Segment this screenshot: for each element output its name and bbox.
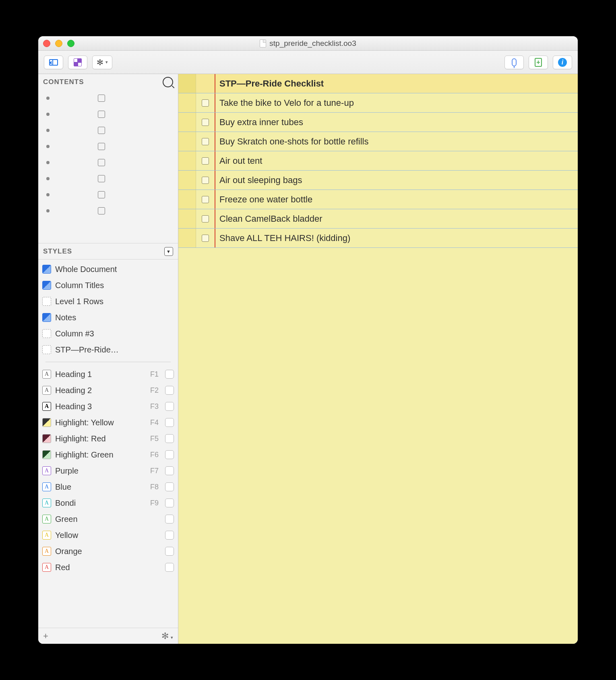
- checkbox-cell: [196, 190, 215, 209]
- outline-canvas[interactable]: STP—Pre-Ride Checklist Take the bike to …: [178, 74, 578, 644]
- contents-row[interactable]: [38, 187, 178, 203]
- style-toggle[interactable]: [165, 402, 174, 411]
- checkbox[interactable]: [202, 119, 209, 126]
- named-style-row[interactable]: AHeading 3F3: [42, 398, 174, 414]
- contents-row[interactable]: [38, 122, 178, 138]
- style-toggle[interactable]: [165, 434, 174, 443]
- style-toggle[interactable]: [165, 466, 174, 475]
- outline-row-text[interactable]: Freeze one water bottle: [215, 194, 312, 205]
- outline-row[interactable]: Shave ALL TEH HAIRS! (kidding): [178, 229, 578, 248]
- contents-pane-header: CONTENTS: [38, 74, 178, 90]
- style-row[interactable]: Notes: [42, 309, 174, 326]
- outline-row-text[interactable]: Shave ALL TEH HAIRS! (kidding): [215, 233, 350, 243]
- checkbox[interactable]: [98, 143, 105, 150]
- gear-icon: ✻: [97, 58, 103, 67]
- style-toggle[interactable]: [165, 450, 174, 459]
- outline-title-row[interactable]: STP—Pre-Ride Checklist: [178, 74, 578, 93]
- checkbox[interactable]: [202, 235, 209, 242]
- outline-row[interactable]: Freeze one water bottle: [178, 190, 578, 209]
- style-toggle[interactable]: [165, 531, 174, 540]
- named-style-row[interactable]: AHeading 1F1: [42, 366, 174, 382]
- style-toggle[interactable]: [165, 563, 174, 572]
- outline-title-text[interactable]: STP—Pre-Ride Checklist: [215, 78, 324, 89]
- outline-row[interactable]: Clean CamelBack bladder: [178, 209, 578, 229]
- style-toggle[interactable]: [165, 515, 174, 523]
- outline-row[interactable]: Air out sleeping bags: [178, 171, 578, 190]
- style-label: Whole Document: [55, 265, 174, 274]
- named-style-row[interactable]: Yellow: [42, 527, 174, 543]
- checkbox[interactable]: [202, 196, 209, 203]
- checkbox[interactable]: [98, 207, 105, 214]
- minimize-window-button[interactable]: [55, 40, 62, 47]
- outline-row[interactable]: Take the bike to Velo for a tune-up: [178, 93, 578, 113]
- named-style-row[interactable]: Green: [42, 511, 174, 527]
- style-row[interactable]: Column Titles: [42, 277, 174, 293]
- outline-row-text[interactable]: Take the bike to Velo for a tune-up: [215, 98, 354, 108]
- checkbox-cell: [196, 209, 215, 228]
- style-row[interactable]: Whole Document: [42, 261, 174, 277]
- add-style-button[interactable]: +: [43, 631, 48, 641]
- checkbox[interactable]: [98, 127, 105, 134]
- contents-row[interactable]: [38, 203, 178, 219]
- checkbox[interactable]: [202, 157, 209, 165]
- named-style-row[interactable]: BondiF9: [42, 495, 174, 511]
- named-style-row[interactable]: Orange: [42, 543, 174, 559]
- named-style-row[interactable]: BlueF8: [42, 479, 174, 495]
- style-swatch-icon: [42, 531, 51, 540]
- contents-row[interactable]: [38, 138, 178, 155]
- checkbox[interactable]: [98, 175, 105, 182]
- style-toggle[interactable]: [165, 482, 174, 491]
- checkbox-cell: [196, 74, 215, 93]
- contents-row[interactable]: [38, 106, 178, 122]
- style-toggle[interactable]: [165, 547, 174, 556]
- contents-row[interactable]: [38, 155, 178, 171]
- sidebar-options-button[interactable]: ✻▾: [161, 631, 173, 641]
- checkbox[interactable]: [98, 159, 105, 166]
- styles-button[interactable]: [68, 56, 87, 69]
- sidebar-icon: [49, 59, 58, 66]
- outline-row[interactable]: Buy extra inner tubes: [178, 113, 578, 132]
- style-row[interactable]: Level 1 Rows: [42, 293, 174, 309]
- named-style-row[interactable]: Highlight: YellowF4: [42, 414, 174, 431]
- style-row[interactable]: Column #3: [42, 326, 174, 342]
- zoom-window-button[interactable]: [67, 40, 74, 47]
- style-swatch-icon: [42, 281, 51, 290]
- named-style-row[interactable]: AHeading 2F2: [42, 382, 174, 398]
- checkbox[interactable]: [202, 215, 209, 223]
- checkbox[interactable]: [98, 95, 105, 102]
- style-toggle[interactable]: [165, 418, 174, 427]
- style-toggle[interactable]: [165, 386, 174, 395]
- dictation-button[interactable]: [504, 56, 524, 69]
- outline-row-text[interactable]: Air out sleeping bags: [215, 175, 302, 185]
- contents-row[interactable]: [38, 171, 178, 187]
- style-toggle[interactable]: [165, 499, 174, 507]
- contents-row[interactable]: [38, 90, 178, 106]
- named-style-row[interactable]: Highlight: GreenF6: [42, 447, 174, 463]
- inspector-button[interactable]: i: [553, 56, 572, 69]
- outline-row-text[interactable]: Clean CamelBack bladder: [215, 214, 322, 224]
- action-menu-button[interactable]: ✻ ▾: [92, 56, 112, 69]
- checkbox[interactable]: [98, 191, 105, 198]
- checkbox[interactable]: [202, 99, 209, 107]
- outline-row-text[interactable]: Air out tent: [215, 156, 262, 166]
- checkbox[interactable]: [202, 177, 209, 184]
- outline-row[interactable]: Air out tent: [178, 151, 578, 171]
- outline-row[interactable]: Buy Skratch one-shots for bottle refills: [178, 132, 578, 151]
- named-style-row[interactable]: Highlight: RedF5: [42, 431, 174, 447]
- toggle-sidebar-button[interactable]: [44, 56, 63, 69]
- outline-row-text[interactable]: Buy Skratch one-shots for bottle refills: [215, 136, 369, 147]
- checkbox[interactable]: [202, 138, 209, 145]
- close-window-button[interactable]: [43, 40, 50, 47]
- checkbox[interactable]: [98, 111, 105, 118]
- style-toggle[interactable]: [165, 370, 174, 379]
- styles-icon: [74, 58, 82, 66]
- named-style-row[interactable]: PurpleF7: [42, 463, 174, 479]
- app-window: stp_preride_checklist.oo3 ✻ ▾ + i CONTEN…: [38, 36, 578, 644]
- styles-disclosure-button[interactable]: [164, 247, 173, 256]
- add-column-button[interactable]: +: [529, 56, 548, 69]
- search-icon[interactable]: [163, 77, 173, 87]
- named-style-row[interactable]: Red: [42, 559, 174, 575]
- outline-row-text[interactable]: Buy extra inner tubes: [215, 117, 303, 128]
- style-swatch-icon: [42, 482, 51, 491]
- style-row[interactable]: STP—Pre-Ride…: [42, 342, 174, 358]
